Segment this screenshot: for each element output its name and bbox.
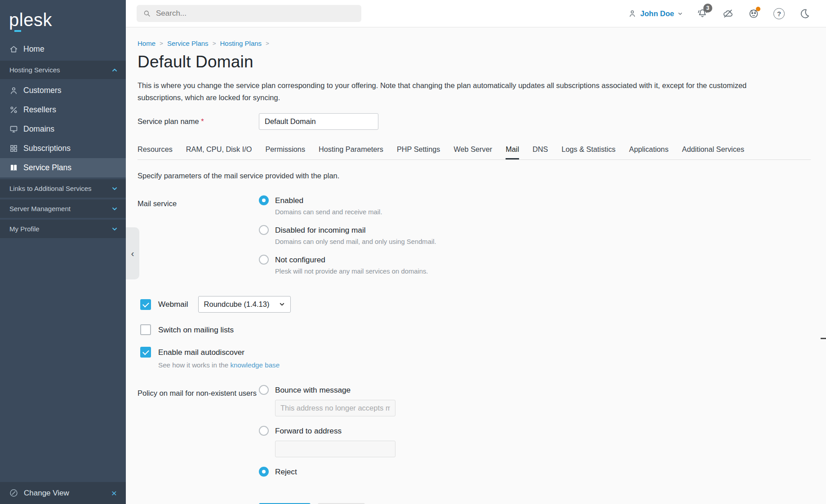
mailing-lists-checkbox[interactable] [140, 324, 151, 335]
sidebar-section-label: My Profile [9, 225, 40, 233]
mail-option-disabled-incoming: Disabled for incoming mail Domains can o… [259, 225, 436, 245]
autodiscover-label[interactable]: Enable mail autodiscover [158, 348, 244, 357]
radio-enabled-label[interactable]: Enabled [275, 196, 303, 205]
tab-php-settings[interactable]: PHP Settings [397, 145, 440, 159]
radio-not-configured[interactable] [259, 255, 269, 265]
tab-web-server[interactable]: Web Server [453, 145, 492, 159]
tab-mail[interactable]: Mail [506, 145, 519, 159]
sidebar-item-label: Home [23, 44, 44, 54]
autodiscover-block: Enable mail autodiscover See how it work… [138, 347, 811, 369]
tab-applications[interactable]: Applications [629, 145, 669, 159]
radio-reject-label[interactable]: Reject [275, 467, 297, 477]
breadcrumb-service-plans[interactable]: Service Plans [167, 40, 209, 47]
tab-permissions[interactable]: Permissions [265, 145, 305, 159]
radio-bounce-label[interactable]: Bounce with message [275, 385, 351, 395]
radio-enabled-description: Domains can send and receive mail. [275, 208, 436, 216]
page-intro: This is where you change the service pla… [138, 80, 781, 103]
close-icon[interactable]: × [111, 488, 117, 498]
radio-forward-label[interactable]: Forward to address [275, 426, 342, 436]
autodiscover-hint: See how it works in the knowledge base [158, 361, 811, 369]
sidebar-item-subscriptions[interactable]: Subscriptions [0, 139, 126, 158]
breadcrumb: Home > Service Plans > Hosting Plans > [138, 40, 811, 47]
search-box[interactable] [137, 5, 361, 22]
radio-not-configured-description: Plesk will not provide any mail services… [275, 268, 436, 275]
forward-address-input[interactable] [275, 441, 395, 457]
radio-reject[interactable] [259, 467, 269, 477]
policy-option-bounce: Bounce with message [259, 385, 395, 416]
sidebar-item-domains[interactable]: Domains [0, 119, 126, 139]
sidebar-section-label: Server Management [9, 205, 71, 212]
sidebar-item-resellers[interactable]: Resellers [0, 100, 126, 119]
required-star: * [201, 117, 204, 125]
sidebar-item-label: Resellers [23, 105, 56, 115]
radio-enabled[interactable] [259, 195, 269, 205]
main-area: John Doe 3 ? [126, 0, 826, 504]
domains-icon [9, 124, 18, 134]
moon-icon [799, 8, 811, 19]
tab-logs-statistics[interactable]: Logs & Statistics [561, 145, 615, 159]
sidebar-item-service-plans[interactable]: Service Plans [0, 158, 126, 177]
radio-bounce[interactable] [259, 385, 269, 395]
service-plans-icon [9, 163, 18, 172]
help-button[interactable]: ? [773, 8, 785, 20]
plesk-logo[interactable]: plesk [0, 0, 126, 35]
change-view-icon [9, 488, 18, 498]
breadcrumb-hosting-plans[interactable]: Hosting Plans [220, 40, 262, 47]
sidebar-section-my-profile[interactable]: My Profile [0, 220, 126, 238]
sidebar-spacer [0, 240, 126, 482]
radio-not-configured-label[interactable]: Not configured [275, 255, 325, 265]
radio-disabled-incoming-label[interactable]: Disabled for incoming mail [275, 225, 366, 235]
sidebar-section-hosting-services[interactable]: Hosting Services [0, 61, 126, 79]
webmail-row: Webmail Roundcube (1.4.13) [138, 296, 811, 313]
sidebar-item-home[interactable]: Home [0, 40, 126, 59]
knowledge-base-link[interactable]: knowledge base [230, 361, 280, 369]
scrollbar-mark[interactable] [821, 338, 826, 339]
policy-options: Bounce with message Forward to address [259, 385, 395, 486]
policy-option-reject: Reject [259, 467, 395, 477]
tab-additional-services[interactable]: Additional Services [682, 145, 744, 159]
tab-resources[interactable]: Resources [138, 145, 173, 159]
radio-forward[interactable] [259, 426, 269, 436]
service-plan-name-input[interactable] [259, 113, 378, 130]
service-plan-name-label: Service plan name * [138, 113, 259, 126]
home-icon [9, 44, 18, 54]
change-view-button[interactable]: Change View × [0, 482, 126, 504]
notifications-button[interactable]: 3 [696, 8, 708, 20]
webmail-select[interactable]: Roundcube (1.4.13) [198, 296, 291, 313]
change-view-label: Change View [24, 489, 69, 498]
cloud-sync-button[interactable] [722, 8, 734, 20]
breadcrumb-home[interactable]: Home [138, 40, 155, 47]
sidebar-section-label: Links to Additional Services [9, 185, 92, 192]
user-menu[interactable]: John Doe [628, 9, 683, 18]
sidebar-section-server-management[interactable]: Server Management [0, 199, 126, 218]
sidebar-collapse-handle[interactable]: ‹ [126, 227, 139, 279]
tab-dns[interactable]: DNS [533, 145, 548, 159]
autodiscover-row: Enable mail autodiscover [138, 347, 811, 358]
notifications-badge: 3 [703, 4, 712, 13]
webmail-checkbox[interactable] [140, 299, 151, 310]
tab-bar: Resources RAM, CPU, Disk I/O Permissions… [138, 145, 811, 160]
sidebar-section-links-additional-services[interactable]: Links to Additional Services [0, 179, 126, 198]
sidebar-item-customers[interactable]: Customers [0, 81, 126, 100]
tab-ram-cpu-disk[interactable]: RAM, CPU, Disk I/O [186, 145, 252, 159]
user-name: John Doe [640, 9, 674, 18]
subscriptions-icon [9, 144, 18, 153]
sidebar-nav: Home Hosting Services Customers Reseller… [0, 40, 126, 240]
mail-service-row: Mail service Enabled Domains can send an… [138, 195, 811, 284]
mail-option-enabled: Enabled Domains can send and receive mai… [259, 195, 436, 216]
policy-row: Policy on mail for non-existent users Bo… [138, 385, 811, 486]
sidebar-item-label: Service Plans [23, 163, 71, 172]
sidebar: plesk Home Hosting Services Customers Re… [0, 0, 126, 504]
bounce-message-input[interactable] [275, 400, 395, 416]
dark-mode-toggle[interactable] [799, 8, 811, 20]
chevron-down-icon [678, 11, 683, 16]
policy-option-forward: Forward to address [259, 426, 395, 457]
radio-disabled-incoming[interactable] [259, 225, 269, 235]
assistant-button[interactable] [747, 8, 759, 20]
autodiscover-checkbox[interactable] [140, 347, 151, 358]
search-input[interactable] [156, 9, 355, 18]
webmail-label[interactable]: Webmail [158, 300, 188, 309]
page-title: Default Domain [138, 53, 811, 71]
tab-hosting-parameters[interactable]: Hosting Parameters [319, 145, 383, 159]
mailing-lists-label[interactable]: Switch on mailing lists [158, 325, 234, 335]
